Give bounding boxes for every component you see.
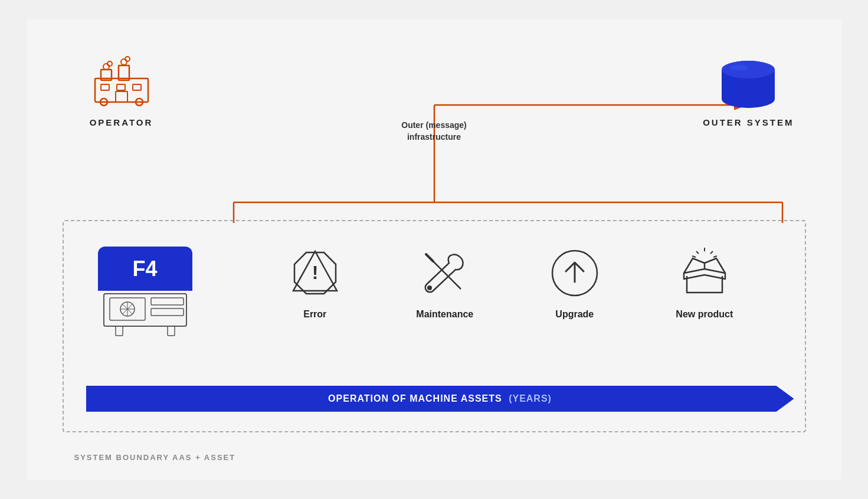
- event-maintenance: Maintenance: [416, 247, 473, 320]
- infrastructure-label: Outer (message) infrastructure: [401, 120, 466, 143]
- new-product-label: New product: [676, 309, 733, 320]
- svg-rect-15: [133, 84, 141, 90]
- event-upgrade: Upgrade: [548, 247, 601, 320]
- timeline-bar: OPERATION OF MACHINE ASSETS (YEARS): [86, 386, 794, 412]
- maintenance-icon: [418, 247, 471, 302]
- upgrade-label: Upgrade: [555, 309, 594, 320]
- svg-rect-34: [116, 326, 123, 336]
- svg-point-38: [427, 285, 432, 290]
- svg-point-22: [722, 90, 775, 108]
- event-new-product: New product: [676, 247, 733, 320]
- error-icon: !: [289, 247, 342, 302]
- operator-label: OPERATOR: [90, 117, 153, 127]
- svg-line-44: [696, 251, 699, 254]
- svg-point-9: [103, 64, 109, 70]
- f4-label: F4: [132, 257, 157, 281]
- svg-text:!: !: [312, 262, 318, 283]
- timeline-text: OPERATION OF MACHINE ASSETS (YEARS): [328, 393, 552, 404]
- outer-system-section: OUTER SYSTEM: [703, 55, 794, 127]
- svg-rect-13: [101, 84, 109, 90]
- upgrade-icon: [548, 247, 601, 302]
- boundary-label: SYSTEM BOUNDARY AAS + ASSET: [74, 453, 236, 462]
- svg-rect-16: [116, 91, 127, 102]
- maintenance-label: Maintenance: [416, 309, 473, 320]
- diagram-container: OPERATOR OUTER SYSTEM Outer (message) in…: [27, 19, 841, 480]
- factory-icon: [86, 55, 157, 110]
- database-icon: [719, 55, 778, 110]
- events-row: ! Error Maintenance: [251, 247, 771, 320]
- svg-point-23: [722, 61, 775, 78]
- svg-line-47: [713, 256, 717, 257]
- svg-point-11: [121, 59, 127, 65]
- machine-icon: [98, 291, 192, 340]
- svg-rect-33: [151, 308, 184, 316]
- f4-section: F4: [98, 247, 192, 340]
- svg-point-24: [731, 65, 748, 71]
- operator-section: OPERATOR: [86, 55, 157, 127]
- svg-rect-35: [168, 326, 175, 336]
- outer-system-label: OUTER SYSTEM: [703, 117, 794, 127]
- svg-rect-32: [151, 298, 184, 305]
- f4-card: F4: [98, 247, 192, 291]
- new-product-icon: [678, 247, 731, 302]
- svg-line-46: [692, 256, 696, 257]
- error-label: Error: [303, 309, 326, 320]
- svg-line-40: [426, 254, 433, 261]
- svg-rect-14: [117, 84, 125, 90]
- svg-line-45: [710, 251, 713, 254]
- event-error: ! Error: [289, 247, 342, 320]
- timeline-arrow: OPERATION OF MACHINE ASSETS (YEARS): [86, 386, 794, 412]
